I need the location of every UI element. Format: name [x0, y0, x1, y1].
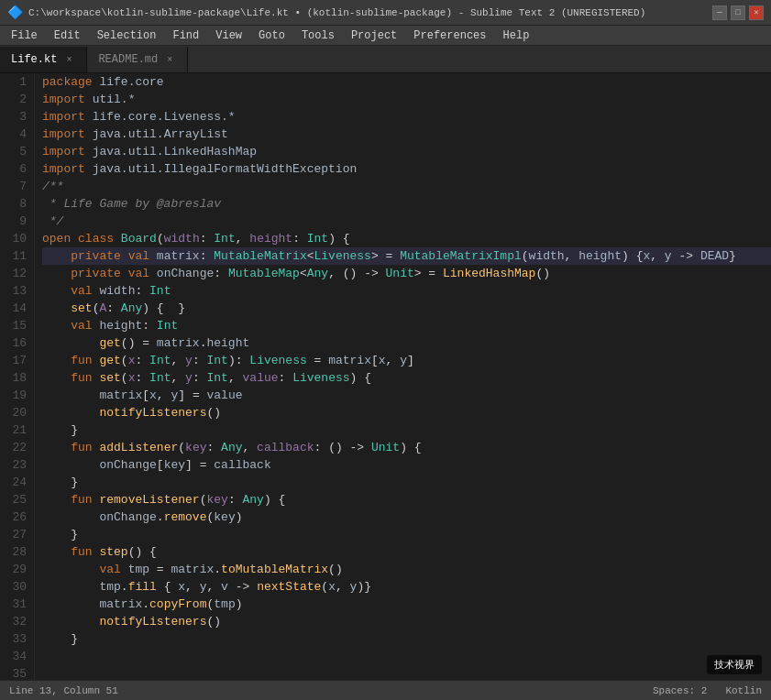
title-bar-title: C:\workspace\kotlin-sublime-package\Life… [28, 7, 645, 18]
code-line: val tmp = matrix.toMutableMatrix() [42, 561, 771, 578]
line-numbers: 1234567891011121314151617181920212223242… [0, 73, 35, 680]
tabs-bar: Life.kt × README.md × [0, 46, 771, 73]
minimize-button[interactable]: — [712, 5, 727, 20]
code-line: onChange.remove(key) [42, 509, 771, 526]
window-controls: — □ ✕ [712, 5, 764, 20]
editor: 1234567891011121314151617181920212223242… [0, 73, 771, 680]
code-line: import util.* [42, 91, 771, 108]
code-line: package life.core [42, 73, 771, 91]
code-line: matrix[x, y] = value [42, 387, 771, 404]
menu-edit[interactable]: Edit [47, 27, 88, 44]
menu-project[interactable]: Project [344, 27, 404, 44]
code-line: } [42, 421, 771, 439]
code-line: } [42, 630, 771, 648]
code-line: fun step() { [42, 543, 771, 561]
code-line: import life.core.Liveness.* [42, 108, 771, 126]
code-line: val height: Int [42, 317, 771, 334]
code-line: get() = matrix.height [42, 334, 771, 352]
tab-close-0[interactable]: × [62, 53, 75, 66]
code-line: val width: Int [42, 282, 771, 300]
watermark: 技术视界 [707, 655, 762, 674]
code-line: private val onChange: MutableMap<Any, ()… [42, 265, 771, 282]
code-line: matrix.copyFrom(tmp) [42, 596, 771, 613]
code-line: set(A: Any) { } [42, 300, 771, 317]
menu-bar: File Edit Selection Find View Goto Tools… [0, 26, 771, 46]
code-line: * Life Game by @abreslav [42, 195, 771, 213]
code-line: tmp.fill { x, y, v -> nextState(x, y)} [42, 578, 771, 596]
title-bar-icon: 🔷 [7, 5, 23, 20]
menu-tools[interactable]: Tools [294, 27, 342, 44]
title-bar: 🔷 C:\workspace\kotlin-sublime-package\Li… [0, 0, 771, 26]
code-line: private val matrix: MutableMatrix<Livene… [42, 247, 771, 265]
code-line: */ [42, 213, 771, 230]
code-line: fun get(x: Int, y: Int): Liveness = matr… [42, 352, 771, 369]
status-language: Kotlin [725, 685, 762, 696]
menu-view[interactable]: View [208, 27, 249, 44]
code-line: } [42, 474, 771, 491]
status-spaces: Spaces: 2 [653, 685, 707, 696]
menu-file[interactable]: File [4, 27, 45, 44]
menu-preferences[interactable]: Preferences [406, 27, 493, 44]
tab-label-0: Life.kt [11, 53, 57, 66]
tab-readme-md[interactable]: README.md × [87, 47, 188, 72]
tab-label-1: README.md [98, 53, 158, 66]
tab-life-kt[interactable]: Life.kt × [0, 47, 87, 72]
menu-goto[interactable]: Goto [251, 27, 292, 44]
menu-selection[interactable]: Selection [90, 27, 164, 44]
code-line: } [42, 526, 771, 543]
code-line: /** [42, 178, 771, 195]
code-line: fun set(x: Int, y: Int, value: Liveness)… [42, 369, 771, 387]
close-button[interactable]: ✕ [749, 5, 764, 20]
code-line: import java.util.LinkedHashMap [42, 143, 771, 160]
code-line: fun addListener(key: Any, callback: () -… [42, 439, 771, 456]
code-line: fun removeListener(key: Any) { [42, 491, 771, 509]
code-line: notifyListeners() [42, 404, 771, 421]
code-line: notifyListeners() [42, 613, 771, 630]
tab-close-1[interactable]: × [163, 53, 176, 66]
code-line: open class Board(width: Int, height: Int… [42, 230, 771, 247]
status-bar: Line 13, Column 51 Spaces: 2 Kotlin [0, 680, 771, 700]
code-line: onChange[key] = callback [42, 456, 771, 474]
maximize-button[interactable]: □ [731, 5, 745, 20]
menu-find[interactable]: Find [165, 27, 206, 44]
code-line: import java.util.IllegalFormatWidthExcep… [42, 160, 771, 178]
menu-help[interactable]: Help [496, 27, 537, 44]
code-line: import java.util.ArrayList [42, 126, 771, 143]
code-area[interactable]: package life.coreimport util.*import lif… [35, 73, 771, 680]
status-position: Line 13, Column 51 [9, 685, 118, 696]
